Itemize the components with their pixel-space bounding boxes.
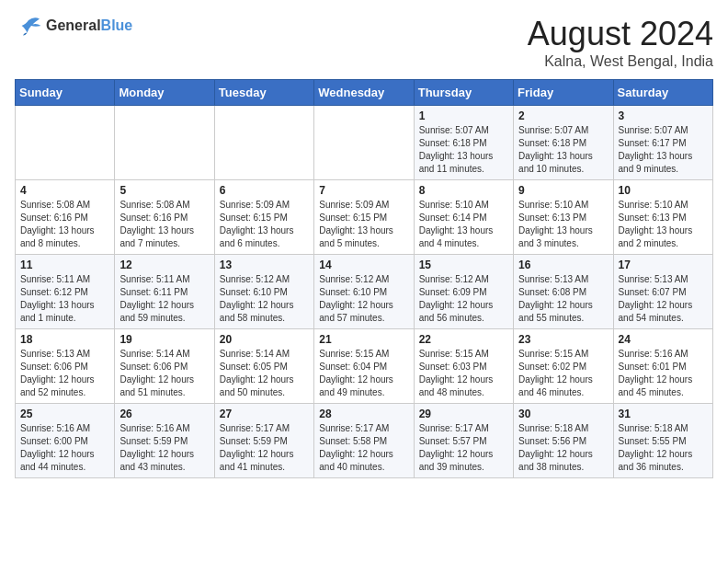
- day-info: Sunrise: 5:07 AM Sunset: 6:18 PM Dayligh…: [419, 124, 508, 176]
- calendar-week-2: 4Sunrise: 5:08 AM Sunset: 6:16 PM Daylig…: [16, 180, 713, 255]
- day-info: Sunrise: 5:08 AM Sunset: 6:16 PM Dayligh…: [20, 199, 109, 250]
- day-info: Sunrise: 5:10 AM Sunset: 6:13 PM Dayligh…: [619, 199, 708, 250]
- day-info: Sunrise: 5:16 AM Sunset: 6:01 PM Dayligh…: [619, 348, 708, 399]
- calendar-week-5: 25Sunrise: 5:16 AM Sunset: 6:00 PM Dayli…: [16, 404, 713, 478]
- day-info: Sunrise: 5:18 AM Sunset: 5:56 PM Dayligh…: [518, 422, 608, 474]
- day-number: 3: [619, 109, 708, 122]
- day-info: Sunrise: 5:14 AM Sunset: 6:06 PM Dayligh…: [119, 348, 209, 399]
- day-info: Sunrise: 5:08 AM Sunset: 6:16 PM Dayligh…: [119, 199, 209, 250]
- day-number: 10: [619, 184, 708, 197]
- day-info: Sunrise: 5:09 AM Sunset: 6:15 PM Dayligh…: [319, 199, 408, 250]
- calendar-cell: 20Sunrise: 5:14 AM Sunset: 6:05 PM Dayli…: [214, 329, 313, 404]
- weekday-header-row: SundayMondayTuesdayWednesdayThursdayFrid…: [16, 80, 713, 106]
- calendar-cell: [16, 106, 115, 180]
- calendar-cell: [314, 106, 414, 180]
- logo-icon: [15, 15, 42, 37]
- page-title: August 2024: [528, 15, 713, 53]
- day-number: 13: [220, 259, 309, 271]
- day-number: 12: [119, 259, 209, 271]
- calendar-cell: 6Sunrise: 5:09 AM Sunset: 6:15 PM Daylig…: [214, 180, 313, 255]
- day-info: Sunrise: 5:11 AM Sunset: 6:11 PM Dayligh…: [119, 273, 209, 325]
- day-info: Sunrise: 5:13 AM Sunset: 6:07 PM Dayligh…: [619, 273, 708, 325]
- day-number: 5: [119, 184, 209, 197]
- calendar-cell: 8Sunrise: 5:10 AM Sunset: 6:14 PM Daylig…: [414, 180, 513, 255]
- day-number: 29: [419, 408, 508, 420]
- calendar-cell: 11Sunrise: 5:11 AM Sunset: 6:12 PM Dayli…: [16, 255, 115, 329]
- weekday-header-tuesday: Tuesday: [214, 80, 313, 106]
- day-info: Sunrise: 5:13 AM Sunset: 6:08 PM Dayligh…: [518, 273, 608, 325]
- calendar-cell: 19Sunrise: 5:14 AM Sunset: 6:06 PM Dayli…: [115, 329, 214, 404]
- calendar-cell: 27Sunrise: 5:17 AM Sunset: 5:59 PM Dayli…: [214, 404, 313, 478]
- day-number: 19: [119, 333, 209, 346]
- day-info: Sunrise: 5:12 AM Sunset: 6:10 PM Dayligh…: [319, 273, 408, 325]
- calendar-cell: [214, 106, 313, 180]
- calendar-cell: [115, 106, 214, 180]
- day-info: Sunrise: 5:09 AM Sunset: 6:15 PM Dayligh…: [220, 199, 309, 250]
- calendar-cell: 21Sunrise: 5:15 AM Sunset: 6:04 PM Dayli…: [314, 329, 414, 404]
- day-number: 25: [20, 408, 109, 420]
- day-number: 21: [319, 333, 408, 346]
- day-number: 15: [419, 259, 508, 271]
- calendar-cell: 10Sunrise: 5:10 AM Sunset: 6:13 PM Dayli…: [613, 180, 712, 255]
- calendar-cell: 7Sunrise: 5:09 AM Sunset: 6:15 PM Daylig…: [314, 180, 414, 255]
- day-number: 24: [619, 333, 708, 346]
- day-info: Sunrise: 5:17 AM Sunset: 5:58 PM Dayligh…: [319, 422, 408, 474]
- weekday-header-wednesday: Wednesday: [314, 80, 414, 106]
- calendar-cell: 15Sunrise: 5:12 AM Sunset: 6:09 PM Dayli…: [414, 255, 513, 329]
- calendar-cell: 5Sunrise: 5:08 AM Sunset: 6:16 PM Daylig…: [115, 180, 214, 255]
- calendar-cell: 1Sunrise: 5:07 AM Sunset: 6:18 PM Daylig…: [414, 106, 513, 180]
- day-info: Sunrise: 5:07 AM Sunset: 6:17 PM Dayligh…: [619, 124, 708, 176]
- day-number: 23: [518, 333, 608, 346]
- day-info: Sunrise: 5:17 AM Sunset: 5:57 PM Dayligh…: [419, 422, 508, 474]
- day-number: 14: [319, 259, 408, 271]
- calendar-table: SundayMondayTuesdayWednesdayThursdayFrid…: [15, 79, 713, 478]
- day-info: Sunrise: 5:15 AM Sunset: 6:04 PM Dayligh…: [319, 348, 408, 399]
- calendar-cell: 23Sunrise: 5:15 AM Sunset: 6:02 PM Dayli…: [514, 329, 613, 404]
- calendar-week-4: 18Sunrise: 5:13 AM Sunset: 6:06 PM Dayli…: [16, 329, 713, 404]
- day-info: Sunrise: 5:10 AM Sunset: 6:14 PM Dayligh…: [419, 199, 508, 250]
- calendar-cell: 9Sunrise: 5:10 AM Sunset: 6:13 PM Daylig…: [514, 180, 613, 255]
- calendar-cell: 29Sunrise: 5:17 AM Sunset: 5:57 PM Dayli…: [414, 404, 513, 478]
- day-number: 11: [20, 259, 109, 271]
- calendar-cell: 26Sunrise: 5:16 AM Sunset: 5:59 PM Dayli…: [115, 404, 214, 478]
- day-info: Sunrise: 5:07 AM Sunset: 6:18 PM Dayligh…: [518, 124, 608, 176]
- day-number: 7: [319, 184, 408, 197]
- day-number: 2: [518, 109, 608, 122]
- day-info: Sunrise: 5:16 AM Sunset: 6:00 PM Dayligh…: [20, 422, 109, 474]
- calendar-cell: 12Sunrise: 5:11 AM Sunset: 6:11 PM Dayli…: [115, 255, 214, 329]
- calendar-cell: 28Sunrise: 5:17 AM Sunset: 5:58 PM Dayli…: [314, 404, 414, 478]
- day-info: Sunrise: 5:12 AM Sunset: 6:09 PM Dayligh…: [419, 273, 508, 325]
- day-info: Sunrise: 5:14 AM Sunset: 6:05 PM Dayligh…: [220, 348, 309, 399]
- day-number: 17: [619, 259, 708, 271]
- calendar-cell: 17Sunrise: 5:13 AM Sunset: 6:07 PM Dayli…: [613, 255, 712, 329]
- calendar-body: 1Sunrise: 5:07 AM Sunset: 6:18 PM Daylig…: [16, 106, 713, 478]
- calendar-cell: 14Sunrise: 5:12 AM Sunset: 6:10 PM Dayli…: [314, 255, 414, 329]
- logo: GeneralBlue: [15, 15, 132, 37]
- calendar-cell: 24Sunrise: 5:16 AM Sunset: 6:01 PM Dayli…: [613, 329, 712, 404]
- weekday-header-thursday: Thursday: [414, 80, 513, 106]
- calendar-week-1: 1Sunrise: 5:07 AM Sunset: 6:18 PM Daylig…: [16, 106, 713, 180]
- day-number: 30: [518, 408, 608, 420]
- day-number: 31: [619, 408, 708, 420]
- logo-text: GeneralBlue: [46, 17, 132, 34]
- weekday-header-monday: Monday: [115, 80, 214, 106]
- day-info: Sunrise: 5:18 AM Sunset: 5:55 PM Dayligh…: [619, 422, 708, 474]
- day-number: 22: [419, 333, 508, 346]
- day-number: 20: [220, 333, 309, 346]
- day-number: 4: [20, 184, 109, 197]
- day-number: 28: [319, 408, 408, 420]
- day-number: 18: [20, 333, 109, 346]
- day-number: 8: [419, 184, 508, 197]
- calendar-cell: 13Sunrise: 5:12 AM Sunset: 6:10 PM Dayli…: [214, 255, 313, 329]
- calendar-cell: 25Sunrise: 5:16 AM Sunset: 6:00 PM Dayli…: [16, 404, 115, 478]
- header: GeneralBlue August 2024 Kalna, West Beng…: [15, 15, 713, 70]
- day-number: 1: [419, 109, 508, 122]
- day-info: Sunrise: 5:12 AM Sunset: 6:10 PM Dayligh…: [220, 273, 309, 325]
- weekday-header-sunday: Sunday: [16, 80, 115, 106]
- day-info: Sunrise: 5:15 AM Sunset: 6:03 PM Dayligh…: [419, 348, 508, 399]
- calendar-cell: 16Sunrise: 5:13 AM Sunset: 6:08 PM Dayli…: [514, 255, 613, 329]
- calendar-cell: 3Sunrise: 5:07 AM Sunset: 6:17 PM Daylig…: [613, 106, 712, 180]
- calendar-cell: 18Sunrise: 5:13 AM Sunset: 6:06 PM Dayli…: [16, 329, 115, 404]
- day-info: Sunrise: 5:13 AM Sunset: 6:06 PM Dayligh…: [20, 348, 109, 399]
- day-info: Sunrise: 5:16 AM Sunset: 5:59 PM Dayligh…: [119, 422, 209, 474]
